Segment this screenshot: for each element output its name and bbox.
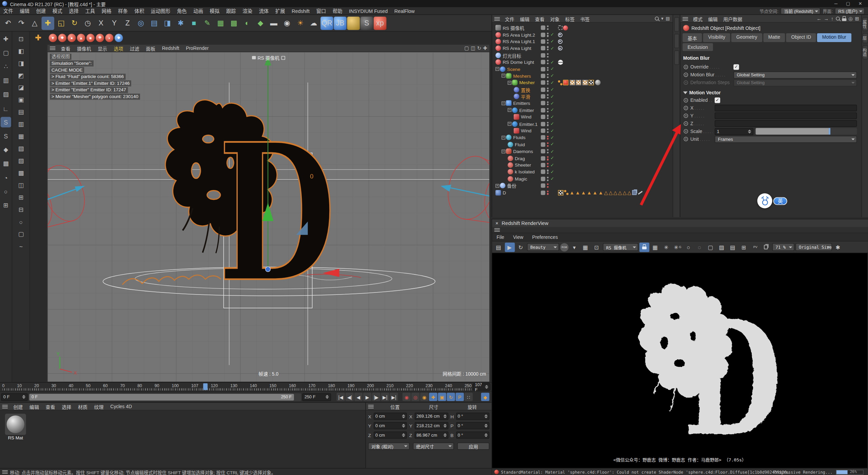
- attribute-tab[interactable]: 基本: [683, 33, 702, 42]
- layer-chip[interactable]: [541, 25, 545, 30]
- layer-chip[interactable]: [541, 156, 545, 160]
- move-tool-icon[interactable]: ✚: [41, 16, 54, 30]
- menu-item[interactable]: Redshift: [289, 8, 313, 14]
- enabled-check-icon[interactable]: [550, 60, 555, 65]
- rs-preset-6-icon[interactable]: ✚: [96, 34, 104, 42]
- region-icon[interactable]: ▢: [706, 242, 716, 252]
- tool-points-icon[interactable]: ∴: [1, 61, 11, 72]
- dock-tab[interactable]: [674, 51, 679, 65]
- floor-icon[interactable]: ▬: [268, 16, 280, 30]
- menu-item[interactable]: 模式: [49, 7, 65, 14]
- timeline-ruler[interactable]: 0102030405060708090100107120130140150160…: [0, 382, 492, 391]
- track-icon[interactable]: ◎: [848, 16, 853, 21]
- enabled-check-icon[interactable]: [550, 73, 555, 78]
- tag-cam-target[interactable]: [558, 25, 562, 30]
- enabled-check-icon[interactable]: [550, 66, 555, 72]
- object-row[interactable]: RS Dome Light: [492, 59, 672, 65]
- visibility-dots[interactable]: [547, 26, 549, 30]
- record-keyframe-button[interactable]: ◉: [402, 393, 411, 401]
- layer-chip[interactable]: [541, 176, 545, 181]
- viewport-scene[interactable]: D 0 Y X: [47, 52, 489, 381]
- object-manager-menu-item[interactable]: 标签: [562, 15, 577, 22]
- range-end-field[interactable]: 250 F: [302, 393, 331, 401]
- signal-s-icon[interactable]: S: [1, 117, 11, 127]
- tag-tri-o[interactable]: [627, 190, 631, 195]
- scale-tool-icon[interactable]: ◱: [55, 16, 68, 30]
- viewport-swap-icon[interactable]: ↻: [477, 45, 481, 51]
- tag-tri-o[interactable]: [604, 190, 608, 195]
- rs-preset-5-icon[interactable]: ■: [86, 34, 95, 42]
- translator-widget[interactable]: 英: [757, 193, 787, 208]
- snowflake-g-icon[interactable]: ✳G: [673, 242, 683, 252]
- tag-dome[interactable]: [558, 60, 563, 65]
- layer-chip[interactable]: [541, 80, 545, 85]
- layer-chip[interactable]: [541, 129, 545, 133]
- rs-preset-2-icon[interactable]: ◆: [58, 34, 66, 42]
- enabled-check-icon[interactable]: [550, 39, 555, 44]
- menu-item[interactable]: 文件: [0, 7, 16, 14]
- attribute-tab[interactable]: Motion Blur: [817, 33, 851, 42]
- renderview-menu-item[interactable]: View: [509, 234, 528, 240]
- hatch-compare-icon[interactable]: ▨: [717, 242, 727, 252]
- object-row[interactable]: Emitter.1: [492, 120, 672, 127]
- visibility-dots[interactable]: [547, 135, 549, 140]
- menu-item[interactable]: 渲染: [239, 7, 256, 14]
- rs-preset-1-icon[interactable]: ▼: [49, 34, 57, 42]
- object-row[interactable]: Wind: [492, 114, 672, 120]
- keyframe-dot[interactable]: [684, 129, 688, 133]
- visibility-dots[interactable]: [547, 88, 549, 92]
- tool-circle-icon[interactable]: ○: [1, 186, 11, 197]
- x-axis-lock-icon[interactable]: X: [95, 16, 107, 30]
- layer-chip[interactable]: [541, 142, 545, 147]
- tag-copy[interactable]: [632, 190, 636, 195]
- signal-s2-icon[interactable]: S: [1, 131, 11, 141]
- menu-item[interactable]: 运动图形: [147, 7, 174, 14]
- sky-icon[interactable]: ☁: [307, 16, 320, 30]
- object-row[interactable]: D: [492, 189, 672, 196]
- size-mode-select[interactable]: 绝对尺寸: [413, 442, 454, 450]
- object-manager-hamburger-icon[interactable]: [494, 16, 500, 21]
- material-menu-item[interactable]: 材质: [75, 403, 91, 410]
- position-field[interactable]: 0 cm: [374, 422, 407, 429]
- enabled-check-icon[interactable]: [550, 32, 555, 37]
- object-manager-menu-item[interactable]: 书签: [577, 15, 592, 22]
- go-to-start-button[interactable]: |◀: [337, 393, 345, 401]
- scale-field[interactable]: 1: [715, 128, 753, 135]
- visibility-dots[interactable]: [547, 39, 549, 44]
- viewport-menu-item[interactable]: 查看: [58, 45, 74, 52]
- x-input[interactable]: [715, 105, 857, 112]
- render-canvas[interactable]: D <微信公众号：野鹿志 微博：野鹿志 作者：马鹿野郎> （7.05s）: [492, 253, 867, 468]
- layer-chip[interactable]: [541, 122, 545, 126]
- subdivision-surface-icon[interactable]: ▦: [214, 16, 227, 30]
- object-row[interactable]: Emitters: [492, 100, 672, 107]
- viewport-menu-item[interactable]: 摄像机: [74, 45, 94, 52]
- keyframe-dot[interactable]: [684, 137, 688, 141]
- collapse-icon[interactable]: [683, 91, 688, 94]
- tag-tri[interactable]: [587, 190, 592, 195]
- enabled-check-icon[interactable]: [550, 46, 555, 51]
- tool-frame-icon[interactable]: ▢: [1, 48, 11, 58]
- menu-item[interactable]: 样条: [115, 7, 131, 14]
- visibility-dots[interactable]: [547, 94, 549, 99]
- attribute-tab[interactable]: Visibility: [703, 33, 730, 42]
- error-icon[interactable]: [494, 470, 499, 474]
- play-forward-button[interactable]: ▶: [363, 393, 371, 401]
- attribute-hamburger-icon[interactable]: [683, 16, 688, 21]
- new-panel-icon[interactable]: ⊞: [855, 16, 859, 21]
- translate-language-button[interactable]: 英: [773, 197, 787, 205]
- enabled-check-icon[interactable]: [550, 101, 555, 106]
- viewport-hamburger-icon[interactable]: [50, 46, 55, 51]
- viewport-menu-item[interactable]: 选项: [111, 45, 126, 52]
- tool-polygons-icon[interactable]: ▨: [1, 89, 11, 100]
- range-start-field[interactable]: 0 F: [1, 393, 27, 401]
- deer-logo-icon[interactable]: [757, 193, 772, 208]
- copy-image-icon[interactable]: [761, 242, 771, 252]
- tag-tri-o[interactable]: [609, 190, 612, 195]
- object-row[interactable]: Meshers: [492, 72, 672, 79]
- tag-tri[interactable]: [593, 190, 598, 195]
- layer-chip[interactable]: [541, 184, 545, 188]
- layer-chip[interactable]: [541, 94, 545, 99]
- keyframe-dot[interactable]: [684, 65, 688, 69]
- mode-k-icon[interactable]: ▩: [16, 168, 26, 178]
- enabled-check-icon[interactable]: [550, 142, 555, 147]
